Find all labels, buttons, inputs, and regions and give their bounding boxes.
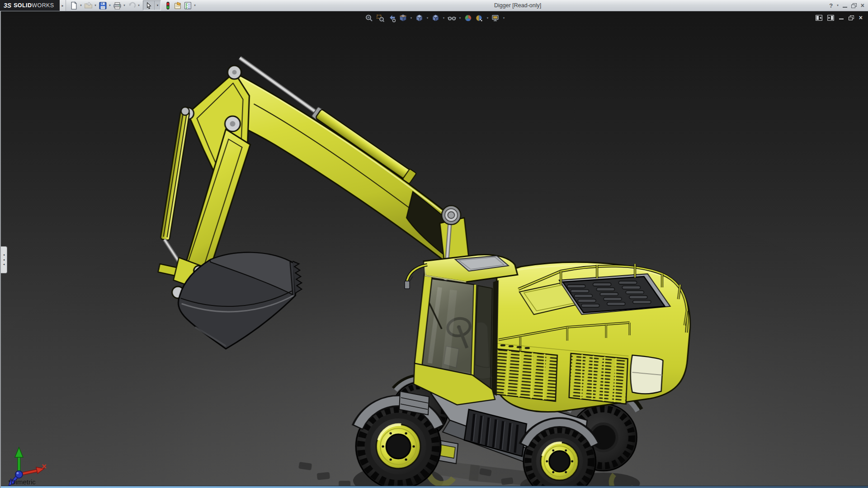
zoom-to-fit-icon — [364, 14, 374, 23]
print-icon — [113, 1, 122, 10]
minimize-button[interactable] — [843, 7, 847, 8]
help-button[interactable]: ? — [829, 2, 833, 9]
front-right-wheel[interactable] — [524, 422, 596, 488]
model-scene — [1, 11, 868, 488]
zoom-to-area-icon — [376, 14, 385, 23]
note-icon — [174, 1, 182, 10]
hide-show-items-dropdown[interactable]: ▾ — [458, 13, 462, 23]
appearance-stoplight-button[interactable] — [163, 0, 173, 10]
dassault-3ds-logo: 3S — [4, 2, 11, 9]
stoplight-icon — [164, 1, 172, 10]
pane-left-icon — [816, 15, 822, 21]
solidworks-logo: 3S SOLIDWORKS — [0, 0, 60, 11]
pane-right-icon — [827, 15, 834, 21]
zoom-to-area-button[interactable] — [375, 13, 386, 23]
display-style-icon — [431, 14, 440, 23]
triad-origin — [15, 471, 23, 478]
undo-button[interactable] — [127, 0, 137, 10]
display-style-dropdown[interactable]: ▾ — [442, 13, 446, 23]
view-settings-button[interactable] — [491, 13, 501, 23]
view-settings-icon — [491, 14, 500, 23]
section-view-button[interactable] — [398, 13, 408, 23]
restore-button[interactable] — [851, 3, 857, 8]
view-orientation-label: *Dimetric — [8, 478, 36, 486]
save-button[interactable] — [98, 0, 108, 10]
new-document-icon — [70, 1, 78, 10]
save-dropdown[interactable]: ▾ — [108, 0, 112, 10]
toolbar-options-dropdown[interactable]: ▾ — [193, 0, 197, 10]
menu-expand-tab[interactable]: ▸ — [60, 0, 66, 11]
select-cursor-icon — [145, 2, 153, 9]
select-dropdown[interactable]: ▾ — [154, 1, 160, 10]
undo-dropdown[interactable]: ▾ — [137, 0, 141, 10]
open-document-dropdown[interactable]: ▾ — [93, 0, 98, 10]
feature-pane-collapse-tab[interactable]: ◂ ◂ ◂ — [1, 246, 7, 273]
display-style-button[interactable] — [430, 13, 441, 23]
headsup-view-toolbar: ▾ ▾ ▾ — [364, 13, 506, 23]
window-title: Digger [Read-only] — [494, 0, 541, 11]
view-settings-dropdown[interactable]: ▾ — [502, 13, 506, 23]
section-view-dropdown[interactable]: ▾ — [409, 13, 413, 23]
previous-view-icon — [387, 14, 396, 23]
save-icon — [99, 1, 107, 10]
titlebar: 3S SOLIDWORKS ▸ ▾ ▾ — [0, 0, 868, 11]
side-grille-left — [494, 349, 557, 401]
zoom-to-fit-button[interactable] — [364, 13, 374, 23]
collapse-pane-left-button[interactable] — [816, 15, 822, 21]
view-orientation-button[interactable] — [414, 13, 425, 23]
open-document-button[interactable] — [83, 0, 93, 10]
print-button[interactable] — [112, 0, 122, 10]
view-orientation-dropdown[interactable]: ▾ — [425, 13, 429, 23]
undo-icon — [127, 1, 136, 10]
solidworks-window: 3S SOLIDWORKS ▸ ▾ ▾ — [0, 0, 868, 488]
hide-show-glasses-icon — [447, 14, 457, 23]
previous-view-button[interactable] — [387, 13, 397, 23]
document-restore-button[interactable] — [849, 15, 854, 20]
document-close-button[interactable]: × — [859, 14, 863, 21]
select-tool-group: ▾ — [143, 0, 161, 10]
view-orientation-icon — [415, 14, 424, 23]
document-window-controls: × — [816, 14, 863, 21]
select-button[interactable] — [143, 1, 154, 10]
print-dropdown[interactable]: ▾ — [122, 0, 127, 10]
mirror — [405, 281, 410, 289]
new-document-button[interactable] — [69, 0, 79, 10]
apply-scene-button[interactable] — [474, 13, 485, 23]
edit-appearance-icon — [463, 14, 473, 23]
collapse-pane-right-button[interactable] — [827, 15, 834, 21]
document-minimize-button[interactable] — [839, 19, 844, 19]
help-dropdown[interactable]: ▾ — [837, 4, 839, 7]
graphics-area[interactable]: ▾ ▾ ▾ — [0, 11, 868, 488]
apply-scene-dropdown[interactable]: ▾ — [486, 13, 490, 23]
taskbar-edge — [1, 486, 868, 488]
toolbar-options-button[interactable] — [183, 0, 193, 10]
window-controls: ? ▾ × — [829, 0, 864, 11]
close-button[interactable]: × — [861, 2, 864, 9]
new-document-dropdown[interactable]: ▾ — [79, 0, 83, 10]
hide-show-items-button[interactable] — [447, 13, 457, 23]
side-grille-right — [569, 353, 628, 404]
options-checklist-icon — [184, 1, 192, 10]
edit-appearance-button[interactable] — [463, 13, 473, 23]
engine-housing[interactable] — [491, 262, 690, 412]
main-toolbar: ▾ ▾ ▾ — [69, 0, 197, 11]
section-view-icon — [398, 14, 408, 23]
open-document-icon — [84, 1, 93, 10]
annotation-note-button[interactable] — [173, 0, 183, 10]
apply-scene-icon — [475, 14, 484, 23]
